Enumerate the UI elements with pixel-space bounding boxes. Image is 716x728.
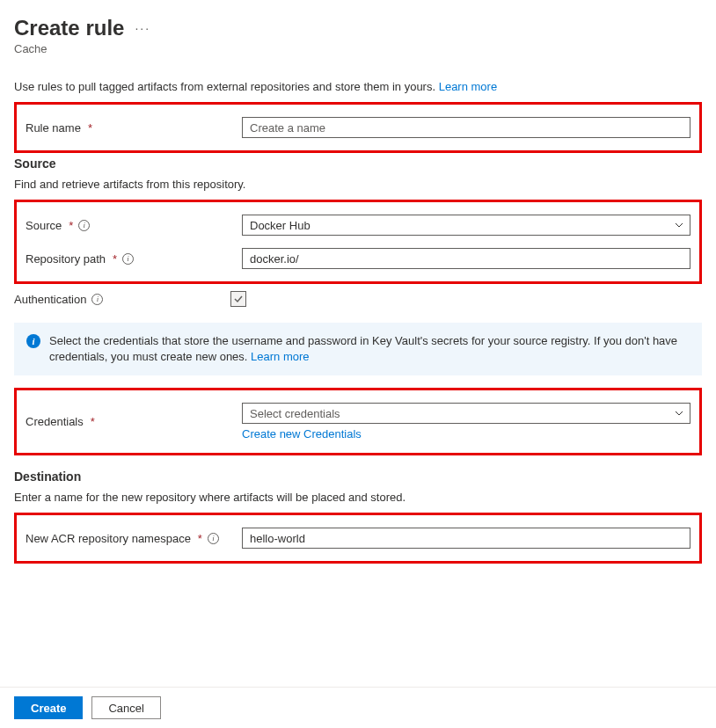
source-select-value: Docker Hub bbox=[250, 219, 311, 232]
intro-body: Use rules to pull tagged artifacts from … bbox=[14, 80, 439, 93]
intro-learn-more-link[interactable]: Learn more bbox=[439, 80, 497, 93]
rule-name-label: Rule name bbox=[26, 121, 81, 135]
rule-name-row: Rule name * bbox=[26, 117, 690, 138]
repo-path-row: Repository path * i bbox=[26, 248, 690, 269]
namespace-label: New ACR repository namespace bbox=[26, 532, 191, 545]
chevron-down-icon bbox=[674, 220, 684, 230]
destination-subheading: Enter a name for the new repository wher… bbox=[14, 491, 702, 504]
authentication-row: Authentication i bbox=[14, 291, 702, 307]
destination-highlight: New ACR repository namespace * i bbox=[14, 513, 702, 564]
rule-name-highlight: Rule name * bbox=[14, 102, 702, 153]
required-star: * bbox=[88, 121, 92, 135]
info-filled-icon: i bbox=[26, 334, 40, 348]
rule-name-input[interactable] bbox=[242, 117, 690, 138]
credentials-placeholder: Select credentials bbox=[250, 407, 340, 420]
page-title: Create rule bbox=[14, 16, 124, 40]
repo-path-input[interactable] bbox=[242, 248, 690, 269]
info-icon[interactable]: i bbox=[122, 253, 134, 265]
namespace-row: New ACR repository namespace * i bbox=[26, 528, 690, 549]
credentials-info-banner: i Select the credentials that store the … bbox=[14, 323, 702, 375]
credentials-row: Credentials * Select credentials Create … bbox=[26, 403, 690, 440]
credentials-highlight: Credentials * Select credentials Create … bbox=[14, 388, 702, 455]
page-subtitle: Cache bbox=[14, 42, 702, 55]
info-icon[interactable]: i bbox=[208, 533, 219, 544]
info-banner-learn-more-link[interactable]: Learn more bbox=[251, 350, 309, 363]
info-icon[interactable]: i bbox=[78, 220, 90, 231]
credentials-select[interactable]: Select credentials bbox=[242, 403, 690, 424]
chevron-down-icon bbox=[674, 408, 684, 419]
info-icon[interactable]: i bbox=[91, 294, 103, 305]
more-actions-icon[interactable]: ··· bbox=[135, 21, 150, 35]
page-title-row: Create rule ··· bbox=[14, 16, 702, 40]
intro-text: Use rules to pull tagged artifacts from … bbox=[14, 80, 702, 93]
credentials-label: Credentials bbox=[26, 415, 84, 428]
create-new-credentials-link[interactable]: Create new Credentials bbox=[242, 427, 690, 440]
repo-path-label: Repository path bbox=[26, 252, 106, 266]
source-subheading: Find and retrieve artifacts from this re… bbox=[14, 178, 702, 191]
create-button[interactable]: Create bbox=[14, 696, 83, 719]
source-select[interactable]: Docker Hub bbox=[242, 215, 690, 236]
source-label: Source bbox=[26, 219, 62, 232]
source-row: Source * i Docker Hub bbox=[26, 215, 690, 236]
required-star: * bbox=[69, 219, 73, 232]
required-star: * bbox=[198, 532, 202, 545]
required-star: * bbox=[91, 415, 95, 428]
source-heading: Source bbox=[14, 157, 702, 171]
namespace-input[interactable] bbox=[242, 528, 690, 549]
authentication-checkbox[interactable] bbox=[230, 291, 246, 307]
cancel-button[interactable]: Cancel bbox=[91, 696, 160, 719]
footer: Create Cancel bbox=[0, 687, 716, 728]
destination-heading: Destination bbox=[14, 470, 702, 484]
info-banner-text: Select the credentials that store the us… bbox=[49, 334, 677, 363]
required-star: * bbox=[113, 252, 117, 266]
authentication-label: Authentication bbox=[14, 293, 86, 306]
source-highlight: Source * i Docker Hub Repository path * … bbox=[14, 200, 702, 284]
